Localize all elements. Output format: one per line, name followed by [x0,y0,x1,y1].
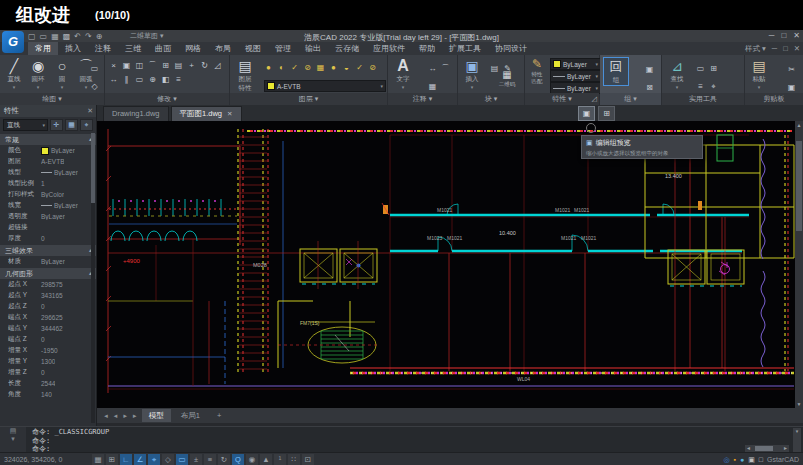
property-row[interactable]: 增量 Z0 [0,367,96,378]
modify-tool-icon[interactable]: ▭ [133,74,146,85]
doc-restore-button[interactable]: □ [783,44,788,53]
group-button[interactable]: 回 组 [603,57,629,86]
property-row[interactable]: 颜色ByLayer [0,145,96,156]
utility-tool-icon[interactable]: ⌖ [707,81,720,92]
panel-label-utilities[interactable]: 实用工具 [662,93,744,105]
status-right-icon[interactable]: ▪ [734,456,736,464]
layer-state-icon[interactable]: ⊘ [301,62,314,73]
ribbon-tab[interactable]: 网格 [178,42,208,55]
property-row[interactable]: 超链接 [0,222,96,233]
ribbon-tab[interactable]: 应用软件 [366,42,412,55]
layout-nav-arrows[interactable]: ◄ ◄ ► ► [103,413,139,419]
property-row[interactable]: 端点 X296625 [0,312,96,323]
modify-tool-icon[interactable]: ⌒ [146,60,159,71]
minimize-button[interactable]: ─ [769,31,775,40]
modify-tool-icon[interactable]: ↔ [107,74,120,85]
modify-tool-icon[interactable]: ↻ [198,60,211,71]
modify-tool-icon[interactable]: ∥ [120,74,133,85]
panel-label-modify[interactable]: 修改 ▾ [105,93,229,105]
floor-plan-drawing[interactable]: M028 M1021 M1021 M1021 M1023 M1021 M1021… [97,121,803,408]
status-right-icon[interactable]: ▣ [748,456,755,464]
modify-tool-icon[interactable]: ◿ [211,60,224,71]
property-row[interactable]: 线型比例1 [0,178,96,189]
doc-minimize-button[interactable]: ─ [772,44,777,53]
section-geometry[interactable]: 几何图形▴ [0,268,96,279]
doc-close-button[interactable]: ✕ [794,44,800,53]
layer-state-icon[interactable]: ◐ [275,62,288,73]
panel-label-annotate[interactable]: 注释 ▾ [388,93,457,105]
status-toggle-icon[interactable]: ▦ [92,454,104,465]
status-toggle-icon[interactable]: ∟ [120,454,132,465]
model-tab[interactable]: 模型 [142,409,171,422]
property-row[interactable]: 材质ByLayer [0,256,96,267]
draw-tool-button[interactable]: ◉圆环▾ [26,57,50,90]
scroll-right-icon[interactable]: ► [783,445,788,452]
insert-block-button[interactable]: ▣ 插入▾ [460,57,484,90]
modify-tool-icon[interactable]: + [185,60,198,71]
section-3d-effects[interactable]: 三维效果▴ [0,245,96,256]
layer-state-icon[interactable]: ▦ [314,62,327,73]
layout1-tab[interactable]: 布局1 [174,409,207,422]
property-row[interactable]: 线型ByLayer [0,167,96,178]
match-properties-button[interactable]: ✎ 特性 匹配 [526,57,548,85]
qrcode-button[interactable]: ▦ 二维码 [492,69,522,88]
utility-tool-icon[interactable]: ▭ [694,63,707,74]
modify-tool-icon[interactable]: ◫ [133,60,146,71]
group-selection-toggle-button[interactable]: ⊞ [598,106,615,121]
layer-combo[interactable]: A-EVTB ▾ [264,80,386,92]
command-h-scrollbar[interactable]: ◄ ► [745,445,789,452]
dialog-launcher-icon[interactable]: ◿ [592,93,597,105]
property-row[interactable]: 增量 X-1950 [0,345,96,356]
ribbon-tab[interactable]: 帮助 [412,42,442,55]
palette-close-icon[interactable]: ✕ [87,105,93,117]
ribbon-tab[interactable]: 扩展工具 [442,42,488,55]
status-toggle-icon[interactable]: ▭ [176,454,188,465]
object-type-selector[interactable]: 直线▾ [3,119,48,131]
property-row[interactable]: 透明度ByLayer [0,211,96,222]
ribbon-tab[interactable]: 三维 [118,42,148,55]
panel-label-properties[interactable]: 特性 ▾ ◿ [525,93,599,105]
status-toggle-icon[interactable]: Q [232,454,244,465]
modify-tool-icon[interactable]: ⊞ [159,60,172,71]
ribbon-tab[interactable]: 曲面 [148,42,178,55]
ribbon-tab[interactable]: 管理 [268,42,298,55]
property-row[interactable]: 图层A-EVTB [0,156,96,167]
draw-extra-icon[interactable]: ◇ [88,81,101,92]
group-edit-preview-button[interactable]: ▣ [578,106,595,121]
group-tool-icon[interactable]: ⊠ [643,82,656,93]
ribbon-tab[interactable]: 云存储 [328,42,366,55]
scroll-up-icon[interactable]: ▲ [795,121,803,129]
ribbon-tab[interactable]: 插入 [58,42,88,55]
scroll-down-icon[interactable]: ▼ [795,400,803,408]
property-row[interactable]: 起点 Y343165 [0,290,96,301]
layer-state-icon[interactable]: ● [262,62,275,73]
palette-scrollbar[interactable] [91,133,95,423]
text-tool-button[interactable]: A 文字▾ [391,57,415,90]
draw-tool-button[interactable]: ╱直线▾ [2,57,26,90]
layer-state-icon[interactable]: ⊘ [366,62,379,73]
status-right-icon[interactable]: □ [759,456,763,464]
status-toggle-icon[interactable]: ◇ [162,454,174,465]
status-toggle-icon[interactable]: ⊡ [302,454,314,465]
status-toggle-icon[interactable]: ↻ [218,454,230,465]
select-objects-icon[interactable]: ▦ [65,119,78,131]
utility-tool-icon[interactable]: ⊞ [707,63,720,74]
panel-label-clipboard[interactable]: 剪贴板 [745,93,803,105]
modify-tool-icon[interactable]: ▣ [120,60,133,71]
ribbon-tab[interactable]: 协同设计 [488,42,534,55]
ribbon-tab[interactable]: 常用 [28,42,58,55]
panel-label-group[interactable]: 组 ▾ [600,93,661,105]
section-general[interactable]: 常规▴ [0,134,96,145]
status-toggle-icon[interactable]: ⊞ [106,454,118,465]
file-tab-plan1[interactable]: 平面图1.dwg✕ [171,106,242,121]
property-row[interactable]: 厚度0 [0,233,96,244]
property-row[interactable]: 起点 X298575 [0,279,96,290]
panel-label-draw[interactable]: 绘图 ▾ [0,93,104,105]
command-window[interactable]: ▤ ▾ 命令: _CLASSICGROUP 命令: 命令: ◄ ► ▾ [0,426,803,453]
property-row[interactable]: 角度140 [0,389,96,400]
draw-tool-button[interactable]: ○圆▾ [50,57,74,90]
style-menu[interactable]: 样式 ▾ [745,44,766,54]
file-tab-drawing1[interactable]: Drawing1.dwg [103,106,169,121]
layer-properties-button[interactable]: ▤ 图层特性 [233,57,257,93]
find-button[interactable]: ⊿ 查找▾ [665,57,689,90]
